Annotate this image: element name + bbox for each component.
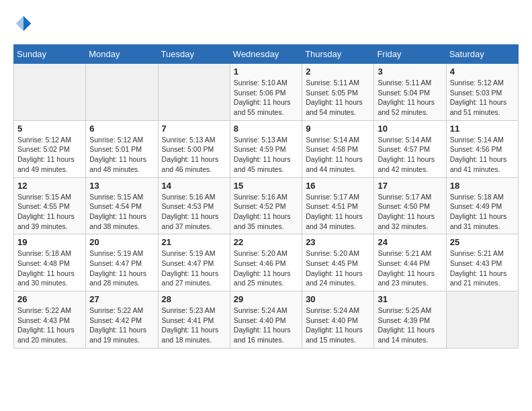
day-info: Sunrise: 5:15 AMSunset: 4:55 PMDaylight:… xyxy=(17,192,82,232)
day-number: 5 xyxy=(17,124,82,134)
day-number: 24 xyxy=(378,237,442,247)
day-info: Sunrise: 5:20 AMSunset: 4:46 PMDaylight:… xyxy=(234,248,298,288)
weekday-header-row: SundayMondayTuesdayWednesdayThursdayFrid… xyxy=(14,45,519,64)
day-info: Sunrise: 5:16 AMSunset: 4:53 PMDaylight:… xyxy=(162,192,226,232)
calendar-week-row: 5Sunrise: 5:12 AMSunset: 5:02 PMDaylight… xyxy=(14,120,519,177)
day-info: Sunrise: 5:11 AMSunset: 5:05 PMDaylight:… xyxy=(306,78,370,118)
calendar-cell: 3Sunrise: 5:11 AMSunset: 5:04 PMDaylight… xyxy=(374,64,446,121)
weekday-header-friday: Friday xyxy=(374,45,446,64)
day-number: 29 xyxy=(234,294,298,304)
day-number: 3 xyxy=(378,66,442,77)
day-number: 23 xyxy=(306,237,370,247)
day-number: 6 xyxy=(89,124,154,134)
day-info: Sunrise: 5:13 AMSunset: 5:00 PMDaylight:… xyxy=(162,135,226,175)
calendar-week-row: 1Sunrise: 5:10 AMSunset: 5:06 PMDaylight… xyxy=(14,64,519,121)
calendar-cell: 31Sunrise: 5:25 AMSunset: 4:39 PMDayligh… xyxy=(374,291,446,349)
day-number: 17 xyxy=(378,181,442,191)
day-info: Sunrise: 5:23 AMSunset: 4:41 PMDaylight:… xyxy=(162,306,226,345)
day-number: 8 xyxy=(234,124,298,134)
calendar-cell: 8Sunrise: 5:13 AMSunset: 4:59 PMDaylight… xyxy=(230,120,302,177)
calendar-cell: 28Sunrise: 5:23 AMSunset: 4:41 PMDayligh… xyxy=(158,291,230,349)
calendar-cell: 19Sunrise: 5:18 AMSunset: 4:48 PMDayligh… xyxy=(14,234,86,291)
day-info: Sunrise: 5:25 AMSunset: 4:39 PMDaylight:… xyxy=(378,306,442,345)
day-info: Sunrise: 5:12 AMSunset: 5:03 PMDaylight:… xyxy=(450,78,515,118)
calendar-cell: 23Sunrise: 5:20 AMSunset: 4:45 PMDayligh… xyxy=(302,234,374,291)
day-number: 26 xyxy=(17,294,82,304)
day-number: 18 xyxy=(450,181,515,191)
calendar-cell xyxy=(14,64,86,121)
calendar-cell: 1Sunrise: 5:10 AMSunset: 5:06 PMDaylight… xyxy=(230,64,302,121)
calendar-cell: 20Sunrise: 5:19 AMSunset: 4:47 PMDayligh… xyxy=(86,234,158,291)
calendar-cell: 22Sunrise: 5:20 AMSunset: 4:46 PMDayligh… xyxy=(230,234,302,291)
day-number: 19 xyxy=(17,237,82,247)
day-info: Sunrise: 5:14 AMSunset: 4:58 PMDaylight:… xyxy=(306,135,370,175)
day-number: 31 xyxy=(378,294,442,304)
day-info: Sunrise: 5:14 AMSunset: 4:57 PMDaylight:… xyxy=(378,135,442,175)
day-number: 14 xyxy=(162,181,226,191)
day-info: Sunrise: 5:13 AMSunset: 4:59 PMDaylight:… xyxy=(234,135,298,175)
calendar-cell xyxy=(86,64,158,121)
day-number: 16 xyxy=(306,181,370,191)
day-number: 4 xyxy=(450,66,515,77)
logo-icon xyxy=(13,13,34,34)
day-info: Sunrise: 5:24 AMSunset: 4:40 PMDaylight:… xyxy=(234,306,298,345)
svg-marker-0 xyxy=(24,16,31,32)
calendar-cell: 9Sunrise: 5:14 AMSunset: 4:58 PMDaylight… xyxy=(302,120,374,177)
day-number: 10 xyxy=(378,124,442,134)
weekday-header-tuesday: Tuesday xyxy=(158,45,230,64)
day-info: Sunrise: 5:14 AMSunset: 4:56 PMDaylight:… xyxy=(450,135,515,175)
calendar-cell: 16Sunrise: 5:17 AMSunset: 4:51 PMDayligh… xyxy=(302,177,374,234)
day-info: Sunrise: 5:15 AMSunset: 4:54 PMDaylight:… xyxy=(89,192,154,232)
day-number: 13 xyxy=(89,181,154,191)
day-number: 12 xyxy=(17,181,82,191)
day-info: Sunrise: 5:17 AMSunset: 4:50 PMDaylight:… xyxy=(378,192,442,232)
day-info: Sunrise: 5:18 AMSunset: 4:48 PMDaylight:… xyxy=(17,248,82,288)
day-info: Sunrise: 5:17 AMSunset: 4:51 PMDaylight:… xyxy=(306,192,370,232)
calendar-cell: 27Sunrise: 5:22 AMSunset: 4:42 PMDayligh… xyxy=(86,291,158,349)
day-number: 21 xyxy=(162,237,226,247)
calendar-cell xyxy=(446,291,518,349)
day-info: Sunrise: 5:21 AMSunset: 4:44 PMDaylight:… xyxy=(378,248,442,288)
calendar-cell: 26Sunrise: 5:22 AMSunset: 4:43 PMDayligh… xyxy=(14,291,86,349)
weekday-header-saturday: Saturday xyxy=(446,45,518,64)
day-number: 30 xyxy=(306,294,370,304)
calendar-cell: 24Sunrise: 5:21 AMSunset: 4:44 PMDayligh… xyxy=(374,234,446,291)
day-number: 9 xyxy=(306,124,370,134)
day-number: 27 xyxy=(89,294,154,304)
calendar-cell: 21Sunrise: 5:19 AMSunset: 4:47 PMDayligh… xyxy=(158,234,230,291)
calendar-cell: 6Sunrise: 5:12 AMSunset: 5:01 PMDaylight… xyxy=(86,120,158,177)
weekday-header-sunday: Sunday xyxy=(14,45,86,64)
calendar-cell: 7Sunrise: 5:13 AMSunset: 5:00 PMDaylight… xyxy=(158,120,230,177)
weekday-header-monday: Monday xyxy=(86,45,158,64)
calendar-week-row: 12Sunrise: 5:15 AMSunset: 4:55 PMDayligh… xyxy=(14,177,519,234)
calendar-cell: 11Sunrise: 5:14 AMSunset: 4:56 PMDayligh… xyxy=(446,120,518,177)
day-number: 28 xyxy=(162,294,226,304)
calendar-cell: 10Sunrise: 5:14 AMSunset: 4:57 PMDayligh… xyxy=(374,120,446,177)
page-header xyxy=(13,13,519,34)
calendar-cell: 15Sunrise: 5:16 AMSunset: 4:52 PMDayligh… xyxy=(230,177,302,234)
day-info: Sunrise: 5:20 AMSunset: 4:45 PMDaylight:… xyxy=(306,248,370,288)
calendar-cell: 14Sunrise: 5:16 AMSunset: 4:53 PMDayligh… xyxy=(158,177,230,234)
day-number: 11 xyxy=(450,124,515,134)
day-number: 15 xyxy=(234,181,298,191)
logo xyxy=(13,13,36,34)
day-info: Sunrise: 5:22 AMSunset: 4:42 PMDaylight:… xyxy=(89,306,154,345)
calendar-table: SundayMondayTuesdayWednesdayThursdayFrid… xyxy=(13,44,519,349)
day-number: 1 xyxy=(234,66,298,77)
day-info: Sunrise: 5:22 AMSunset: 4:43 PMDaylight:… xyxy=(17,306,82,345)
calendar-cell: 5Sunrise: 5:12 AMSunset: 5:02 PMDaylight… xyxy=(14,120,86,177)
calendar-cell: 29Sunrise: 5:24 AMSunset: 4:40 PMDayligh… xyxy=(230,291,302,349)
calendar-cell: 12Sunrise: 5:15 AMSunset: 4:55 PMDayligh… xyxy=(14,177,86,234)
day-number: 22 xyxy=(234,237,298,247)
calendar-cell: 30Sunrise: 5:24 AMSunset: 4:40 PMDayligh… xyxy=(302,291,374,349)
calendar-cell: 17Sunrise: 5:17 AMSunset: 4:50 PMDayligh… xyxy=(374,177,446,234)
day-info: Sunrise: 5:16 AMSunset: 4:52 PMDaylight:… xyxy=(234,192,298,232)
weekday-header-thursday: Thursday xyxy=(302,45,374,64)
day-info: Sunrise: 5:24 AMSunset: 4:40 PMDaylight:… xyxy=(306,306,370,345)
day-info: Sunrise: 5:11 AMSunset: 5:04 PMDaylight:… xyxy=(378,78,442,118)
day-info: Sunrise: 5:12 AMSunset: 5:01 PMDaylight:… xyxy=(89,135,154,175)
day-number: 25 xyxy=(450,237,515,247)
day-number: 2 xyxy=(306,66,370,77)
calendar-week-row: 19Sunrise: 5:18 AMSunset: 4:48 PMDayligh… xyxy=(14,234,519,291)
day-info: Sunrise: 5:12 AMSunset: 5:02 PMDaylight:… xyxy=(17,135,82,175)
